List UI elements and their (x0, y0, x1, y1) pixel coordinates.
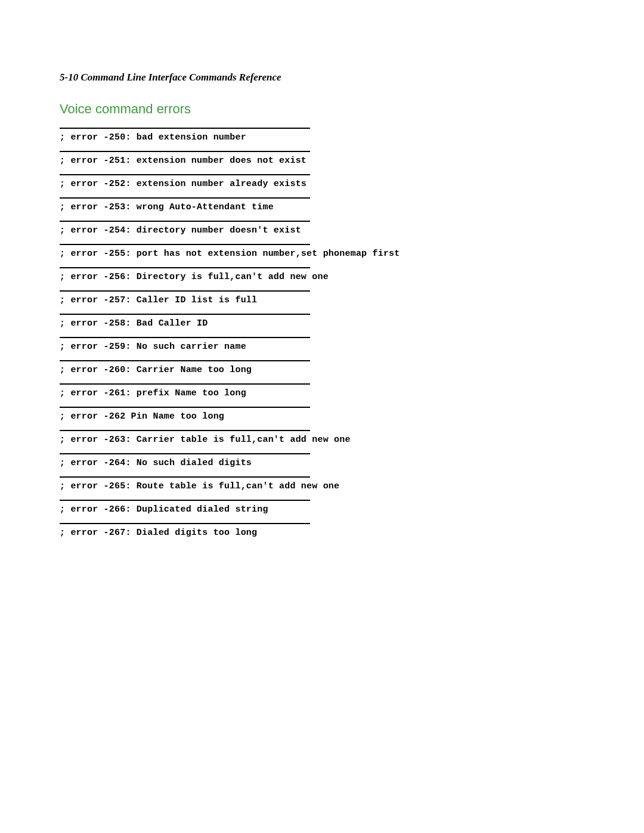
divider (60, 476, 310, 478)
error-text: ; error -251: extension number does not … (60, 156, 584, 166)
error-text: ; error -262 Pin Name too long (60, 411, 584, 422)
divider (60, 128, 310, 129)
error-text: ; error -260: Carrier Name too long (60, 365, 584, 375)
divider (60, 314, 310, 315)
divider (60, 407, 310, 408)
error-text: ; error -267: Dialed digits too long (60, 528, 584, 538)
error-item: ; error -259: No such carrier name (60, 337, 584, 352)
error-item: ; error -264: No such dialed digits (60, 453, 584, 468)
error-text: ; error -250: bad extension number (60, 132, 584, 143)
error-text: ; error -259: No such carrier name (60, 342, 584, 352)
divider (60, 500, 310, 501)
error-text: ; error -255: port has not extension num… (60, 249, 584, 259)
divider (60, 151, 310, 152)
divider (60, 430, 310, 431)
divider (60, 221, 310, 222)
error-item: ; error -254: directory number doesn't e… (60, 221, 584, 236)
error-item: ; error -255: port has not extension num… (60, 244, 584, 259)
divider (60, 290, 310, 292)
error-item: ; error -257: Caller ID list is full (60, 290, 584, 305)
divider (60, 337, 310, 338)
divider (60, 453, 310, 454)
section-title: Voice command errors (60, 101, 584, 117)
error-text: ; error -253: wrong Auto-Attendant time (60, 202, 584, 212)
error-item: ; error -265: Route table is full,can't … (60, 476, 584, 491)
error-item: ; error -256: Directory is full,can't ad… (60, 267, 584, 282)
error-text: ; error -256: Directory is full,can't ad… (60, 272, 584, 282)
error-item: ; error -262 Pin Name too long (60, 407, 584, 422)
divider (60, 244, 310, 245)
divider (60, 197, 310, 199)
divider (60, 383, 310, 385)
error-item: ; error -252: extension number already e… (60, 174, 584, 189)
error-text: ; error -254: directory number doesn't e… (60, 225, 584, 236)
error-text: ; error -258: Bad Caller ID (60, 318, 584, 329)
error-text: ; error -266: Duplicated dialed string (60, 504, 584, 515)
error-list: ; error -250: bad extension number ; err… (60, 128, 584, 538)
divider (60, 360, 310, 361)
error-item: ; error -261: prefix Name too long (60, 383, 584, 398)
error-item: ; error -250: bad extension number (60, 128, 584, 143)
divider (60, 267, 310, 268)
divider (60, 523, 310, 524)
page-header: 5-10 Command Line Interface Commands Ref… (60, 72, 584, 83)
error-text: ; error -263: Carrier table is full,can'… (60, 435, 584, 445)
error-item: ; error -253: wrong Auto-Attendant time (60, 197, 584, 212)
error-item: ; error -263: Carrier table is full,can'… (60, 430, 584, 445)
error-text: ; error -264: No such dialed digits (60, 458, 584, 468)
error-item: ; error -266: Duplicated dialed string (60, 500, 584, 515)
error-text: ; error -261: prefix Name too long (60, 388, 584, 398)
divider (60, 174, 310, 175)
error-item: ; error -258: Bad Caller ID (60, 314, 584, 329)
error-text: ; error -252: extension number already e… (60, 179, 584, 189)
error-item: ; error -267: Dialed digits too long (60, 523, 584, 538)
error-item: ; error -251: extension number does not … (60, 151, 584, 166)
error-item: ; error -260: Carrier Name too long (60, 360, 584, 375)
error-text: ; error -257: Caller ID list is full (60, 295, 584, 305)
error-text: ; error -265: Route table is full,can't … (60, 481, 584, 491)
page-content: 5-10 Command Line Interface Commands Ref… (0, 0, 644, 538)
